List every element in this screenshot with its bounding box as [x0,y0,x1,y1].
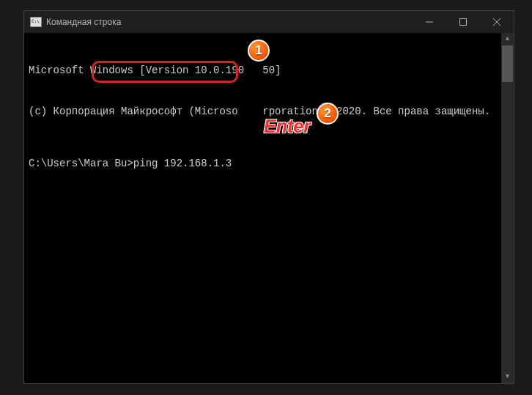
annotation-badge-2: 2 [317,103,339,125]
window-title: Командная строка [46,17,121,27]
prompt-line: C:\Users\Mara Bu>ping 192.168.1.3 [29,157,509,171]
enter-key-label: Enter [264,116,311,137]
scroll-up-arrow[interactable]: ▲ [501,33,514,45]
window-controls [413,11,514,33]
prompt-path: C:\Users\Mara Bu> [29,158,133,169]
close-button[interactable] [480,11,514,33]
console-output[interactable]: Microsoft Windows [Version 10.0.190 50] … [24,33,514,383]
titlebar[interactable]: Командная строка [24,11,514,33]
typed-command: ping 192.168.1.3 [133,158,232,169]
cmd-icon [30,17,42,27]
scrollbar-thumb[interactable] [502,45,513,82]
vertical-scrollbar[interactable]: ▲ ▼ [501,33,514,383]
minimize-button[interactable] [413,11,446,33]
maximize-button[interactable] [446,11,480,33]
command-prompt-window: Командная строка Microsoft Windows [Vers… [23,10,514,384]
svg-rect-1 [460,19,467,26]
annotation-badge-1: 1 [248,40,270,62]
version-line: Microsoft Windows [Version 10.0.190 50] [29,64,509,78]
scroll-down-arrow[interactable]: ▼ [501,371,514,383]
